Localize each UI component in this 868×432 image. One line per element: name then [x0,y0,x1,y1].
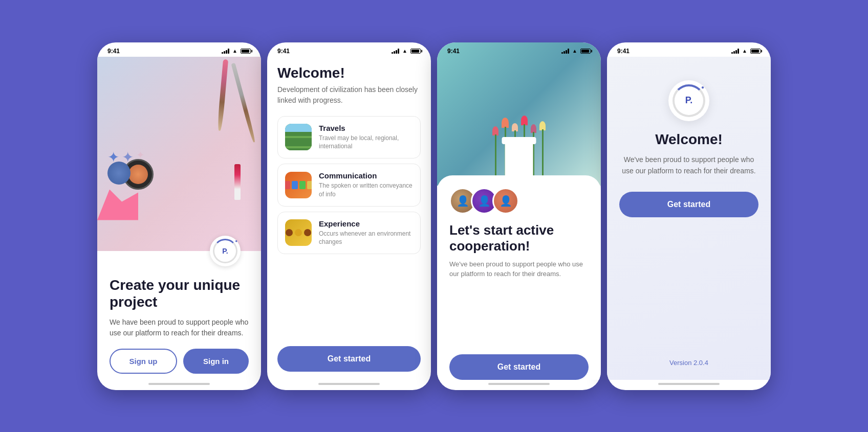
bag-icon-3 [299,181,306,189]
logo-circle-1: P. [213,239,237,263]
screen2-content: Welcome! Development of civilization has… [267,57,431,380]
wifi-icon-1: ▲ [232,48,237,54]
screen3-subtitle: We've been proud to support people who u… [449,259,589,336]
battery-icon-2 [410,49,421,54]
screen4-version: Version 2.0.4 [669,359,708,367]
brush-icon-1 [231,62,256,143]
status-time-4: 9:41 [617,48,630,55]
feature-list: Travels Travel may be local, regional, i… [277,116,421,338]
status-icons-4: ▲ [731,48,761,54]
splash-decoration [97,190,138,220]
feature-card-travels: Travels Travel may be local, regional, i… [277,116,421,159]
phone-screen-1: 9:41 ▲ ✦ ✦ ✦ [97,42,261,390]
status-bar-2: 9:41 ▲ [267,42,431,57]
tulip-1 [492,126,498,175]
status-icons-3: ▲ [561,48,591,54]
avatar-3: 👤 [492,188,519,214]
screen1-hero: ✦ ✦ ✦ P. [97,57,261,251]
phone-screen-4: 9:41 ▲ P. Welcome! We've been proud to s… [607,42,771,390]
get-started-button-2[interactable]: Get started [277,346,421,372]
screen2-subtitle: Development of civilization has been clo… [277,84,421,106]
wifi-icon-3: ▲ [572,48,577,54]
screen1-subtitle: We have been proud to support people who… [110,317,249,338]
screen4-title: Welcome! [655,131,723,148]
exp-visual [286,229,311,236]
signal-icon-2 [392,49,399,54]
travels-visual [285,124,312,150]
avatars-group: 👤 👤 👤 [449,188,589,214]
status-icons-1: ▲ [222,48,251,54]
screen3-hero [437,42,601,186]
signup-button[interactable]: Sign up [110,349,177,374]
phone-screen-3: 9:41 ▲ [437,42,601,390]
communication-icon [285,172,312,198]
travels-desc: Travel may be local, regional, internati… [319,134,413,151]
ball-icon-3 [304,229,311,236]
bag-icon-1 [285,181,290,189]
battery-icon-3 [580,49,591,54]
phone-screen-2: 9:41 ▲ Welcome! Development of civilizat… [267,42,431,390]
status-icons-2: ▲ [392,48,421,54]
screen2-title: Welcome! [277,65,421,81]
travels-text: Travels Travel may be local, regional, i… [319,124,413,151]
screen1-bg: ✦ ✦ ✦ [97,57,261,251]
travels-title: Travels [319,124,413,132]
screen4-subtitle: We've been proud to support people who u… [619,154,758,177]
status-bar-3: 9:41 ▲ [437,42,601,57]
home-indicator-1 [148,383,210,385]
signal-icon-4 [731,49,739,54]
tulip-6 [539,121,546,175]
signal-icon-1 [222,49,229,54]
home-indicator-4 [658,383,720,385]
signin-button[interactable]: Sign in [183,349,249,374]
communication-title: Communication [319,171,413,180]
feature-card-experience: Experience Occurs whenever an environmen… [277,212,421,255]
status-time-3: 9:41 [447,48,460,55]
screen1-content: ✦ ✦ ✦ P. Create your unique project We [97,57,261,380]
battery-icon-4 [750,49,761,54]
screen4-logo-circle: P. [672,84,705,117]
screen1-logo: P. [210,236,241,266]
experience-title: Experience [319,219,413,228]
comm-visual [285,181,312,189]
wifi-icon-2: ▲ [402,48,407,54]
bag-icon-2 [292,181,298,189]
screens-container: 9:41 ▲ ✦ ✦ ✦ [97,42,771,390]
status-time-2: 9:41 [277,48,290,55]
experience-icon [285,219,312,246]
screen3-bg [437,42,601,186]
yarn-icon [107,162,131,185]
get-started-button-3[interactable]: Get started [449,354,589,380]
battery-icon-1 [241,49,251,54]
screen3-card: 👤 👤 👤 Let's start active cooperation! We… [437,175,601,380]
status-time-1: 9:41 [107,48,120,55]
travels-icon [285,124,312,150]
experience-text: Experience Occurs whenever an environmen… [319,219,413,247]
signal-icon-3 [561,49,569,54]
communication-desc: The spoken or written conveyance of info [319,181,413,199]
screen4-content: P. Welcome! We've been proud to support … [607,57,771,380]
screen3-title: Let's start active cooperation! [449,222,589,254]
experience-desc: Occurs whenever an environment changes [319,230,413,247]
screen1-title: Create your unique project [110,277,249,311]
home-indicator-2 [318,383,380,385]
ball-icon-2 [295,229,302,236]
ball-icon-1 [286,229,293,236]
status-bar-1: 9:41 ▲ [97,42,261,57]
brush-icon-2 [217,59,228,130]
get-started-button-4[interactable]: Get started [619,192,758,217]
wifi-icon-4: ▲ [742,48,747,54]
avatar-3-inner: 👤 [494,189,517,213]
screen1-buttons: Sign up Sign in [110,349,249,374]
feature-card-communication: Communication The spoken or written conv… [277,164,421,207]
screen4-logo: P. [668,80,709,121]
status-bar-4: 9:41 ▲ [607,42,771,57]
lipstick-icon [234,164,241,200]
home-indicator-3 [488,383,550,385]
screen1-text-area: Create your unique project We have been … [97,251,261,380]
screen3-content: 👤 👤 👤 Let's start active cooperation! We… [437,42,601,380]
bag-icon-4 [307,181,312,189]
communication-text: Communication The spoken or written conv… [319,171,413,199]
